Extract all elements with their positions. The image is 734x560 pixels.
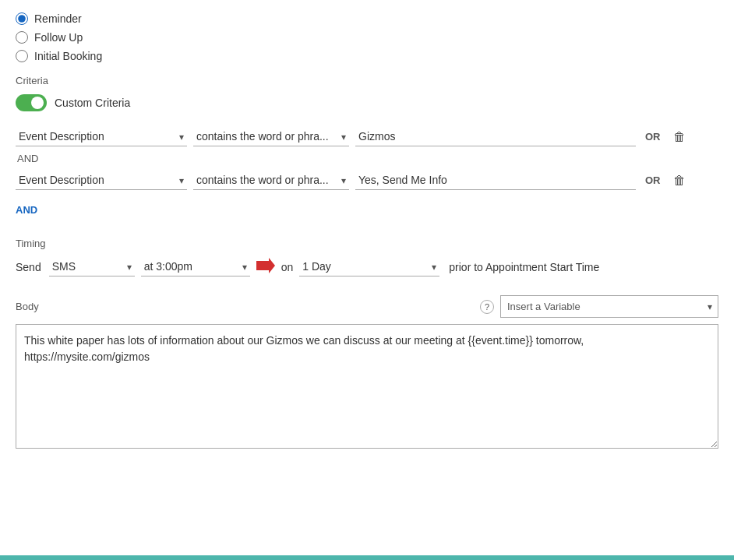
reminder-label: Reminder xyxy=(34,12,82,25)
condition-select-1[interactable]: contains the word or phra... does not co… xyxy=(193,127,349,146)
timing-row: Send SMS Email at 3:00pm at 9:00am at 12… xyxy=(16,257,718,276)
timing-section: Timing Send SMS Email at 3:00pm at 9:00a… xyxy=(16,238,718,276)
radio-reminder[interactable]: Reminder xyxy=(16,12,718,25)
teal-bottom-bar xyxy=(0,555,734,560)
variable-select[interactable]: Insert a Variable event.time client.name… xyxy=(500,295,718,318)
criteria-row-2: Event Description Event Title Client Nam… xyxy=(16,171,718,190)
body-label: Body xyxy=(16,301,39,312)
or-label-1: OR xyxy=(645,131,661,143)
follow-up-label: Follow Up xyxy=(34,31,83,44)
toggle-row: Custom Criteria xyxy=(16,94,718,111)
day-select-wrapper: 1 Day 2 Days 3 Days 1 Week xyxy=(299,257,439,276)
field-select-1[interactable]: Event Description Event Title Client Nam… xyxy=(16,127,187,146)
send-label: Send xyxy=(16,261,41,273)
condition-select-wrapper-2: contains the word or phra... does not co… xyxy=(193,171,349,190)
condition-select-2[interactable]: contains the word or phra... does not co… xyxy=(193,171,349,190)
value-input-1[interactable] xyxy=(355,127,636,146)
arrow-icon xyxy=(256,258,275,276)
sms-select-wrapper: SMS Email xyxy=(49,257,135,276)
body-right: ? Insert a Variable event.time client.na… xyxy=(480,295,718,318)
svg-marker-0 xyxy=(256,258,275,273)
variable-select-wrapper: Insert a Variable event.time client.name… xyxy=(500,295,718,318)
delete-icon-1[interactable]: 🗑 xyxy=(673,130,686,144)
field-select-wrapper-1: Event Description Event Title Client Nam… xyxy=(16,127,187,146)
reminder-radio[interactable] xyxy=(16,12,28,25)
radio-follow-up[interactable]: Follow Up xyxy=(16,31,718,44)
initial-booking-radio[interactable] xyxy=(16,50,28,62)
follow-up-radio[interactable] xyxy=(16,31,28,44)
custom-criteria-label: Custom Criteria xyxy=(55,97,130,109)
time-select-wrapper: at 3:00pm at 9:00am at 12:00pm xyxy=(141,257,250,276)
day-select[interactable]: 1 Day 2 Days 3 Days 1 Week xyxy=(299,257,439,276)
body-header: Body ? Insert a Variable event.time clie… xyxy=(16,295,718,318)
criteria-section: Criteria Custom Criteria Event Descripti… xyxy=(16,75,718,222)
condition-select-wrapper-1: contains the word or phra... does not co… xyxy=(193,127,349,146)
value-input-2[interactable] xyxy=(355,171,636,190)
on-label: on xyxy=(281,261,294,273)
initial-booking-label: Initial Booking xyxy=(34,50,102,62)
sms-select[interactable]: SMS Email xyxy=(49,257,135,276)
criteria-row-1: Event Description Event Title Client Nam… xyxy=(16,127,718,146)
time-select[interactable]: at 3:00pm at 9:00am at 12:00pm xyxy=(141,257,250,276)
radio-group: Reminder Follow Up Initial Booking xyxy=(16,12,718,62)
help-icon[interactable]: ? xyxy=(480,300,494,314)
body-section: Body ? Insert a Variable event.time clie… xyxy=(16,295,718,451)
delete-icon-2[interactable]: 🗑 xyxy=(673,174,686,188)
criteria-label: Criteria xyxy=(16,75,718,86)
radio-initial-booking[interactable]: Initial Booking xyxy=(16,50,718,62)
body-textarea[interactable]: This white paper has lots of information… xyxy=(16,324,718,449)
timing-label: Timing xyxy=(16,238,718,249)
prior-text: prior to Appointment Start Time xyxy=(449,261,599,273)
add-and-button[interactable]: AND xyxy=(16,204,37,216)
and-separator-1: AND xyxy=(16,153,718,164)
field-select-wrapper-2: Event Description Event Title Client Nam… xyxy=(16,171,187,190)
toggle-slider xyxy=(16,94,47,111)
or-label-2: OR xyxy=(645,174,661,186)
field-select-2[interactable]: Event Description Event Title Client Nam… xyxy=(16,171,187,190)
custom-criteria-toggle[interactable] xyxy=(16,94,47,111)
